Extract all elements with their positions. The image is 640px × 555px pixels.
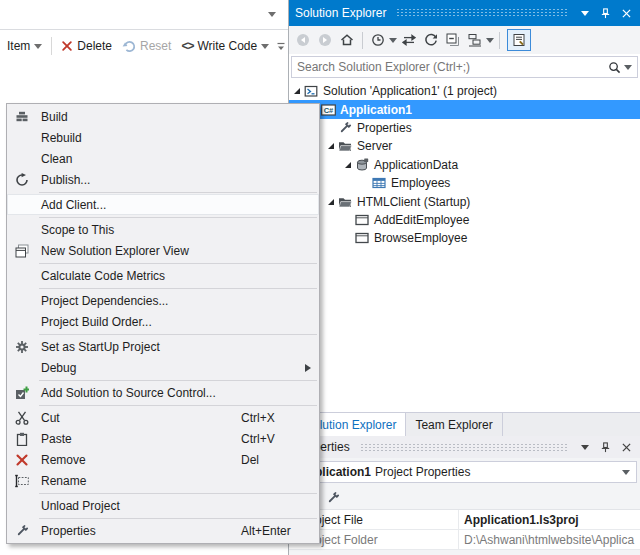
properties-window-icon[interactable]	[507, 29, 531, 51]
toolbar-separator	[499, 32, 500, 49]
tree-item-browseemployee[interactable]: BrowseEmployee	[289, 229, 640, 247]
delete-button[interactable]: Delete	[56, 36, 117, 56]
gear-icon	[7, 340, 37, 354]
menu-item-label: Project Build Order...	[37, 315, 152, 329]
menu-item-debug[interactable]: Debug	[7, 357, 319, 378]
menu-item-remove[interactable]: RemoveDel	[7, 449, 319, 470]
menu-item-label: Add Solution to Source Control...	[37, 386, 216, 400]
tree-item-label: Server	[353, 139, 392, 153]
designer-header-row	[0, 0, 288, 30]
menu-item-set-as-startup-project[interactable]: Set as StartUp Project	[7, 336, 319, 357]
menu-item-label: Set as StartUp Project	[37, 340, 160, 354]
property-row-project-folder[interactable]: Project Folder D:\Ashwani\htmlwebsite\Ap…	[289, 530, 640, 550]
menu-item-rebuild[interactable]: Rebuild	[7, 127, 319, 148]
chevron-down-icon[interactable]	[389, 38, 397, 43]
menu-item-add-solution-to-source-control[interactable]: Add Solution to Source Control...	[7, 382, 319, 403]
tree-item-application1[interactable]: C#Application1	[289, 100, 640, 118]
close-icon[interactable]	[619, 440, 634, 455]
home-icon[interactable]	[337, 29, 357, 51]
tree-item-addeditemployee[interactable]: AddEditEmployee	[289, 211, 640, 229]
menu-item-project-dependencies[interactable]: Project Dependencies...	[7, 290, 319, 311]
chevron-down-icon[interactable]	[486, 38, 494, 43]
screen-icon	[355, 213, 370, 227]
menu-item-label: Cut	[37, 411, 60, 425]
collapse-all-icon[interactable]	[443, 29, 463, 51]
menu-item-rename[interactable]: Rename	[7, 470, 319, 491]
pane-chevron-down-icon[interactable]	[268, 12, 276, 17]
remove-icon	[7, 453, 37, 467]
menu-separator	[39, 288, 317, 289]
properties-wrench-icon[interactable]	[323, 488, 343, 509]
add-item-button[interactable]: Item	[2, 36, 47, 56]
pin-icon[interactable]	[598, 6, 613, 21]
search-input[interactable]	[292, 60, 606, 74]
menu-separator	[39, 405, 317, 406]
svg-text:C#: C#	[324, 106, 334, 115]
window-position-chevron-icon[interactable]	[577, 6, 592, 21]
search-chevron-down-icon[interactable]	[623, 65, 637, 70]
tree-item-applicationdata[interactable]: ApplicationData	[289, 156, 640, 174]
menu-item-properties[interactable]: PropertiesAlt+Enter	[7, 520, 319, 541]
expander-icon[interactable]	[324, 142, 338, 150]
menu-item-label: Calculate Code Metrics	[37, 269, 165, 283]
wrench-icon	[7, 524, 37, 538]
menu-item-label: Build	[37, 110, 68, 124]
pending-changes-icon[interactable]	[368, 29, 388, 51]
tree-item-server[interactable]: Server	[289, 137, 640, 155]
titlebar-drag-texture	[360, 443, 567, 451]
tree-item-solution-application1-1-project[interactable]: Solution 'Application1' (1 project)	[289, 82, 640, 100]
menu-item-add-client[interactable]: Add Client...	[7, 194, 319, 215]
solution-tree: Solution 'Application1' (1 project)C#App…	[289, 80, 640, 412]
csharp-project-icon: C#	[321, 103, 336, 117]
toolbar-overflow-icon[interactable]	[276, 42, 286, 52]
designer-toolbar: Item Delete Reset <> Write Code	[0, 30, 288, 62]
show-all-files-icon[interactable]	[465, 29, 485, 51]
menu-item-publish[interactable]: Publish...	[7, 169, 319, 190]
refresh-icon[interactable]	[421, 29, 441, 51]
reset-button[interactable]: Reset	[117, 36, 176, 56]
database-icon	[355, 158, 370, 172]
object-selector-combo[interactable]: Application1 Project Properties	[292, 461, 637, 483]
write-code-button[interactable]: <> Write Code	[176, 36, 274, 56]
tab-team-explorer[interactable]: Team Explorer	[406, 413, 502, 436]
menu-item-label: Debug	[37, 361, 76, 375]
forward-icon[interactable]	[315, 29, 335, 51]
expander-icon[interactable]	[341, 161, 355, 169]
menu-item-calculate-code-metrics[interactable]: Calculate Code Metrics	[7, 265, 319, 286]
chevron-down-icon	[261, 44, 269, 49]
menu-item-build[interactable]: Build	[7, 106, 319, 127]
titlebar-drag-texture	[396, 9, 567, 18]
menu-item-project-build-order[interactable]: Project Build Order...	[7, 311, 319, 332]
add-item-label: Item	[7, 39, 30, 53]
close-icon[interactable]	[619, 6, 634, 21]
menu-separator	[39, 334, 317, 335]
menu-item-shortcut: Del	[241, 453, 313, 467]
property-value: D:\Ashwani\htmlwebsite\Applica	[459, 530, 640, 549]
menu-item-paste[interactable]: PasteCtrl+V	[7, 428, 319, 449]
menu-item-clean[interactable]: Clean	[7, 148, 319, 169]
tool-window-tabs: Solution Explorer Team Explorer	[289, 412, 640, 436]
screen-icon	[355, 231, 370, 245]
tree-item-htmlclient-startup[interactable]: HTMLClient (Startup)	[289, 192, 640, 210]
menu-item-new-solution-explorer-view[interactable]: New Solution Explorer View	[7, 240, 319, 261]
menu-item-cut[interactable]: CutCtrl+X	[7, 407, 319, 428]
wrench-icon	[338, 121, 353, 135]
property-value: Application1.ls3proj	[459, 510, 640, 529]
object-type: Project Properties	[375, 465, 470, 479]
solution-explorer-titlebar: Solution Explorer	[289, 0, 640, 26]
menu-separator	[39, 217, 317, 218]
expander-icon[interactable]	[324, 198, 338, 206]
search-icon[interactable]	[606, 61, 623, 74]
window-position-chevron-icon[interactable]	[577, 440, 592, 455]
pin-icon[interactable]	[598, 440, 613, 455]
search-box	[291, 56, 638, 78]
code-brackets-icon: <>	[181, 39, 193, 53]
menu-item-unload-project[interactable]: Unload Project	[7, 495, 319, 516]
expander-icon[interactable]	[290, 87, 304, 95]
tree-item-employees[interactable]: Employees	[289, 174, 640, 192]
property-row-project-file[interactable]: Project File Application1.ls3proj	[289, 510, 640, 530]
menu-item-scope-to-this[interactable]: Scope to This	[7, 219, 319, 240]
sync-active-document-icon[interactable]	[399, 29, 419, 51]
tree-item-properties[interactable]: Properties	[289, 119, 640, 137]
back-icon[interactable]	[293, 29, 313, 51]
